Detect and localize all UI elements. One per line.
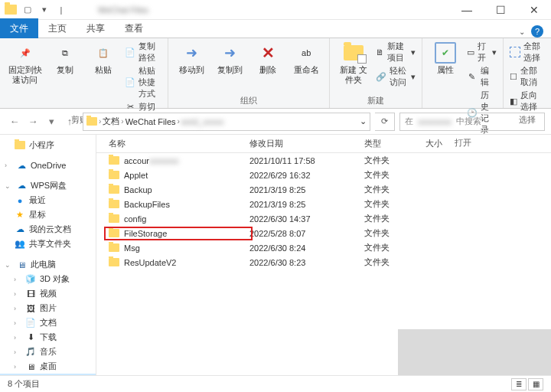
help-icon[interactable]: ? — [531, 25, 543, 38]
sidebar-item-desktop[interactable]: ›🖥桌面 — [0, 359, 96, 374]
pin-to-quickaccess-button[interactable]: 📌固定到快 速访问 — [6, 41, 44, 87]
table-row[interactable]: ResUpdateV22022/6/30 8:23文件夹 — [96, 255, 551, 270]
sidebar-item-wps[interactable]: ⌄☁WPS网盘 — [0, 178, 96, 193]
col-size[interactable]: 大小 — [425, 138, 487, 149]
paste-shortcut-button[interactable]: 📄粘贴快捷方式 — [125, 65, 161, 100]
sidebar-item-thispc[interactable]: ⌄🖥此电脑 — [0, 257, 96, 272]
sidebar-item-music[interactable]: ›🎵音乐 — [0, 345, 96, 359]
view-icons-button[interactable]: ▦ — [528, 378, 543, 390]
sidebar-item-mycloud[interactable]: ☁我的云文档 — [0, 222, 96, 237]
breadcrumb[interactable]: › 文档› WeChat Files› wxid_xxxxx ⌄ — [83, 113, 370, 131]
close-button[interactable]: ✕ — [517, 0, 551, 20]
tab-file[interactable]: 文件 — [0, 18, 38, 38]
breadcrumb-dropdown-icon[interactable]: ⌄ — [360, 116, 367, 126]
sidebar-item-3d[interactable]: ›🧊3D 对象 — [0, 272, 96, 286]
file-type: 文件夹 — [364, 227, 425, 239]
view-details-button[interactable]: ≣ — [511, 378, 527, 390]
onedrive-icon: ☁ — [15, 160, 28, 171]
search-input[interactable]: 在 xxxxxxxx 中搜索 — [399, 113, 545, 131]
group-label: 新建 — [336, 95, 416, 106]
collapse-ribbon-icon[interactable]: ⌄ — [519, 28, 525, 36]
copy-icon: ⧉ — [54, 42, 76, 64]
refresh-button[interactable]: ⟳ — [375, 113, 395, 131]
breadcrumb-last[interactable]: wxid_xxxxx — [181, 117, 224, 126]
group-label: 组织 — [174, 95, 323, 106]
paste-button[interactable]: 📋粘贴 — [86, 41, 120, 77]
sidebar-item-recent[interactable]: ●最近 — [0, 193, 96, 207]
file-name: accourxxxxxxx — [124, 156, 179, 165]
cut-button[interactable]: ✂剪切 — [125, 101, 161, 113]
breadcrumb-root-icon[interactable]: › — [86, 117, 101, 126]
sidebar-item-miniprogram[interactable]: 小程序 — [0, 138, 96, 152]
delete-button[interactable]: ✕删除 — [251, 41, 285, 77]
ribbon-tabs: 文件 主页 共享 查看 ⌄ ? — [0, 20, 551, 38]
breadcrumb-wechat[interactable]: WeChat Files› — [126, 117, 180, 126]
tab-home[interactable]: 主页 — [38, 18, 77, 38]
rename-button[interactable]: ab重命名 — [289, 41, 323, 77]
recent-locations-button[interactable]: ▾ — [43, 113, 60, 130]
file-name: FileStorage — [124, 229, 167, 238]
table-row[interactable]: config2022/6/30 14:37文件夹 — [96, 211, 551, 226]
copy-path-button[interactable]: 📄复制路径 — [125, 41, 161, 64]
invert-selection-button[interactable]: ◧反向选择 — [510, 90, 545, 113]
view-switcher: ≣ ▦ — [511, 378, 543, 390]
folder-icon — [109, 258, 119, 266]
window-title: WeChat Files — [98, 5, 148, 15]
select-all-button[interactable]: 全部选择 — [510, 41, 545, 64]
table-row[interactable]: Msg2022/6/30 8:24文件夹 — [96, 240, 551, 255]
table-row[interactable]: FileStorage2022/5/28 8:07文件夹 — [96, 226, 551, 240]
up-button[interactable]: ↑ — [61, 113, 78, 130]
sidebar-item-onedrive[interactable]: ›☁OneDrive — [0, 158, 96, 172]
col-name[interactable]: 名称 — [96, 138, 249, 149]
maximize-button[interactable]: ☐ — [484, 0, 517, 20]
sidebar-item-pics[interactable]: ›🖼图片 — [0, 301, 96, 315]
copyto-icon: ➜ — [219, 42, 240, 64]
select-none-button[interactable]: ☐全部取消 — [510, 65, 545, 88]
invert-icon: ◧ — [510, 96, 517, 106]
sidebar-item-downloads[interactable]: ›⬇下载 — [0, 330, 96, 345]
copy-to-button[interactable]: ➜复制到 — [213, 41, 246, 77]
tab-share[interactable]: 共享 — [77, 18, 115, 38]
back-button[interactable]: ← — [6, 113, 23, 130]
chevron-down-icon[interactable]: ▾ — [38, 4, 51, 16]
forward-button[interactable]: → — [24, 113, 41, 130]
table-row[interactable]: BackupFiles2021/3/19 8:25文件夹 — [96, 197, 551, 211]
tab-view[interactable]: 查看 — [115, 18, 153, 38]
breadcrumb-docs[interactable]: 文档› — [103, 116, 123, 127]
file-date: 2022/5/28 8:07 — [249, 229, 364, 238]
new-folder-button[interactable]: 新建 文件夹 — [336, 41, 371, 87]
table-row[interactable]: accourxxxxxxx2021/10/11 17:58文件夹 — [96, 153, 551, 168]
col-date[interactable]: 修改日期 — [249, 138, 364, 149]
file-type: 文件夹 — [364, 242, 425, 253]
save-icon[interactable]: ▢ — [21, 4, 34, 16]
table-row[interactable]: Applet2022/6/29 16:32文件夹 — [96, 168, 551, 182]
sidebar-item-docs[interactable]: ›📄文档 — [0, 315, 96, 330]
easy-access-button[interactable]: 🔗轻松访问 ▾ — [376, 65, 416, 88]
minimize-button[interactable]: — — [450, 0, 484, 20]
item-count: 8 个项目 — [8, 378, 40, 390]
rename-icon: ab — [295, 42, 317, 64]
file-type: 文件夹 — [364, 198, 425, 210]
select-extras: 全部选择 ☐全部取消 ◧反向选择 — [510, 41, 545, 113]
sidebar-item-video[interactable]: ›🎞视频 — [0, 286, 96, 301]
window-controls: — ☐ ✕ — [450, 0, 551, 20]
file-name: Backup — [124, 185, 152, 194]
quick-access-toolbar: ▢ ▾ | — [0, 4, 67, 16]
move-to-button[interactable]: ➜移动到 — [174, 41, 208, 77]
copy-button[interactable]: ⧉复制 — [48, 41, 82, 77]
sidebar-item-shared[interactable]: 👥共享文件夹 — [0, 237, 96, 251]
status-bar: 8 个项目 ≣ ▦ — [0, 375, 551, 392]
table-row[interactable]: Backup2021/3/19 8:25文件夹 — [96, 182, 551, 197]
paste-icon: 📋 — [93, 42, 114, 64]
properties-icon: ✔ — [435, 42, 456, 64]
chevron-down-icon: ▾ — [492, 47, 497, 57]
folder-icon — [109, 156, 119, 165]
sidebar-item-winc[interactable]: ›💾Windows (C:) — [0, 374, 96, 375]
edit-button[interactable]: ✎编辑 — [467, 65, 497, 88]
new-item-button[interactable]: 🗎新建项目 ▾ — [376, 41, 416, 64]
properties-button[interactable]: ✔属性 — [429, 41, 462, 77]
sidebar-item-star[interactable]: ★星标 — [0, 207, 96, 222]
col-type[interactable]: 类型 — [364, 138, 425, 149]
open-button[interactable]: ▭打开 ▾ — [467, 41, 497, 64]
folder-icon — [109, 243, 119, 252]
